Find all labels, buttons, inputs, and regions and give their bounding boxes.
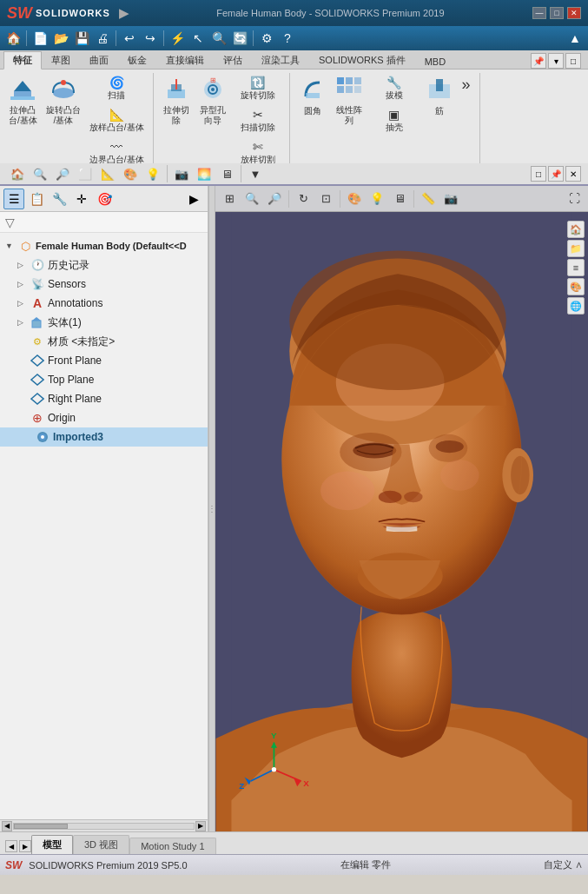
panel-expand-btn[interactable]: ▶: [183, 189, 204, 209]
bottom-tab-motion[interactable]: Motion Study 1: [129, 838, 215, 854]
collapse-button[interactable]: ▾: [548, 53, 564, 69]
loft-button[interactable]: 📐 放样凸台/基体: [86, 105, 148, 136]
tree-item-history[interactable]: ▷ 🕐 历史记录: [0, 255, 208, 275]
tree-item-front-plane[interactable]: Front Plane: [0, 351, 208, 370]
view-camera-icon[interactable]: 📷: [171, 163, 192, 184]
tree-item-imported3[interactable]: Imported3: [0, 427, 208, 447]
rt-folder-btn[interactable]: 📁: [567, 240, 585, 257]
panel-resize-btn[interactable]: □: [531, 166, 546, 182]
vp-light-btn[interactable]: 💡: [367, 189, 387, 209]
tree-item-annotations[interactable]: ▷ A Annotations: [0, 294, 208, 313]
boundary-button[interactable]: 〰 边界凸台/基体: [86, 137, 148, 163]
save-button[interactable]: 💾: [72, 29, 91, 48]
sw-home-button[interactable]: 🏠: [3, 29, 23, 48]
collapse-ribbon-button[interactable]: ▲: [565, 29, 585, 48]
scroll-left-btn[interactable]: ◀: [2, 821, 12, 831]
vp-section-btn[interactable]: ⊡: [315, 189, 336, 209]
panel-tab-config[interactable]: 🔧: [49, 189, 69, 209]
vp-zoom-fit-btn[interactable]: ⊞: [219, 189, 240, 209]
fillet-button[interactable]: 圆角: [295, 73, 330, 142]
tree-item-right-plane[interactable]: Right Plane: [0, 389, 208, 408]
select-button[interactable]: ↖: [188, 29, 208, 48]
status-customize[interactable]: 自定义 ∧: [544, 858, 583, 871]
tree-item-origin[interactable]: ⊕ Origin: [0, 408, 208, 427]
tab-sw-addins[interactable]: SOLIDWORKS 插件: [309, 51, 415, 69]
panel-close-btn[interactable]: ✕: [565, 166, 581, 182]
vp-measure-btn[interactable]: 📏: [418, 189, 439, 209]
sweep-button[interactable]: 🌀 扫描: [86, 73, 148, 104]
extrude-boss-button[interactable]: 拉伸凸台/基体: [5, 73, 41, 142]
extrude-cut-button[interactable]: 拉伸切除: [159, 73, 194, 142]
options-button[interactable]: ⚙: [257, 29, 276, 48]
rt-home-btn[interactable]: 🏠: [567, 221, 585, 238]
rebuild-button[interactable]: ⚡: [168, 29, 187, 48]
tab-nav-right[interactable]: ▶: [19, 840, 31, 852]
view-bg-icon[interactable]: 🌅: [194, 163, 215, 184]
rt-globe-btn[interactable]: 🌐: [567, 297, 585, 315]
arrow-icon[interactable]: ▶: [119, 6, 129, 20]
tab-mbd[interactable]: MBD: [415, 54, 455, 69]
vp-full-screen-btn[interactable]: ⛶: [564, 189, 585, 209]
view-zoom-icon[interactable]: 🔍: [30, 163, 50, 184]
tree-item-material[interactable]: ⚙ 材质 <未指定>: [0, 332, 208, 351]
revolve-boss-button[interactable]: 旋转凸台/基体: [43, 73, 84, 142]
tree-item-top-plane[interactable]: Top Plane: [0, 370, 208, 389]
tab-render[interactable]: 渲染工具: [252, 51, 309, 69]
rotate-button[interactable]: 🔄: [230, 29, 249, 48]
zoom-fit-button[interactable]: 🔍: [209, 29, 228, 48]
scroll-right-btn[interactable]: ▶: [195, 821, 206, 831]
view-home-icon[interactable]: 🏠: [7, 163, 28, 184]
print-button[interactable]: 🖨: [93, 29, 112, 48]
tab-sheet-metal[interactable]: 钣金: [118, 51, 156, 69]
feature-tree[interactable]: ▼ ⬡ Female Human Body (Default<<D ▷ 🕐 历史…: [0, 233, 208, 819]
bottom-tab-model[interactable]: 模型: [31, 835, 73, 854]
view-more-btn[interactable]: ▼: [245, 163, 266, 184]
bottom-tab-3dview[interactable]: 3D 视图: [73, 835, 129, 854]
vp-realview-btn[interactable]: 🖥: [389, 189, 410, 209]
vp-camera-btn[interactable]: 📷: [440, 189, 461, 209]
panel-tab-properties[interactable]: 📋: [26, 189, 47, 209]
open-button[interactable]: 📂: [51, 29, 70, 48]
tab-direct-edit[interactable]: 直接编辑: [156, 51, 214, 69]
tab-evaluate[interactable]: 评估: [214, 51, 252, 69]
rib-button[interactable]: 筋: [422, 73, 457, 142]
vp-zoom-in-btn[interactable]: 🔍: [241, 189, 262, 209]
view-orient-icon[interactable]: ⬜: [75, 163, 96, 184]
panel-tab-appear[interactable]: 🎯: [94, 189, 115, 209]
new-button[interactable]: 📄: [30, 29, 50, 48]
view-realview-icon[interactable]: 🖥: [216, 163, 237, 184]
view-lighting-icon[interactable]: 💡: [142, 163, 163, 184]
panel-tab-target[interactable]: ✛: [71, 189, 92, 209]
panel-tab-feature-tree[interactable]: ☰: [3, 189, 24, 209]
minimize-button[interactable]: —: [532, 7, 546, 19]
hole-wizard-button[interactable]: ⊞ 异型孔向导: [195, 73, 230, 142]
revolve-cut-button[interactable]: 🔃 旋转切除: [232, 73, 284, 104]
vp-zoom-area-btn[interactable]: 🔎: [264, 189, 285, 209]
maximize-button[interactable]: □: [550, 7, 564, 19]
rt-color-btn[interactable]: 🎨: [567, 278, 585, 295]
rt-list-btn[interactable]: ≡: [567, 259, 585, 276]
tree-item-sensors[interactable]: ▷ 📡 Sensors: [0, 275, 208, 294]
close-button[interactable]: ✕: [567, 7, 581, 19]
tree-root[interactable]: ▼ ⬡ Female Human Body (Default<<D: [0, 236, 208, 255]
panel-hscroll[interactable]: ◀ ▶: [0, 819, 208, 831]
view-previous-icon[interactable]: 🔎: [52, 163, 73, 184]
vp-display-btn[interactable]: 🎨: [344, 189, 365, 209]
vp-rotate-btn[interactable]: ↻: [293, 189, 314, 209]
help-button[interactable]: ?: [278, 29, 297, 48]
view-section-icon[interactable]: 📐: [97, 163, 118, 184]
panel-pin-btn[interactable]: 📌: [548, 166, 564, 182]
scroll-track[interactable]: [13, 823, 195, 830]
loft-cut-button[interactable]: ✄ 放样切割: [232, 137, 284, 163]
shell-button[interactable]: ▣ 抽壳: [368, 105, 420, 136]
viewport-3d[interactable]: Z Y X 🏠 📁 ≡ 🎨 �: [215, 212, 588, 831]
panel-splitter[interactable]: ⋮: [208, 186, 215, 831]
pin-button[interactable]: 📌: [531, 53, 546, 69]
more-button[interactable]: »: [459, 73, 474, 142]
tree-item-solid-bodies[interactable]: ▷ 实体(1): [0, 313, 208, 332]
scroll-thumb[interactable]: [14, 824, 68, 829]
tab-surface[interactable]: 曲面: [80, 51, 118, 69]
tab-sketch[interactable]: 草图: [42, 51, 80, 69]
tab-feature[interactable]: 特征: [3, 51, 42, 70]
sweep-cut-button[interactable]: ✂ 扫描切除: [232, 105, 284, 136]
